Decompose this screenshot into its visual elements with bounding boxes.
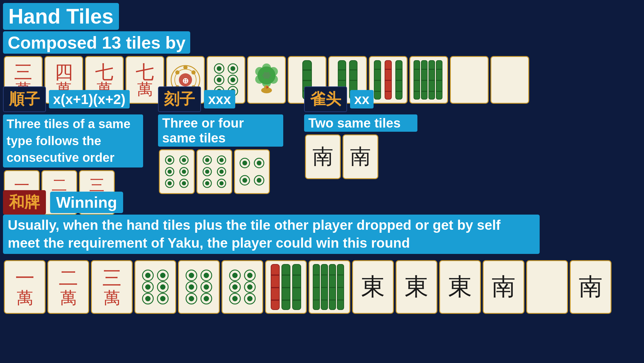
composed-label: Composed 13 tiles by	[3, 31, 190, 54]
svg-rect-66	[429, 69, 435, 70]
svg-rect-71	[436, 80, 442, 81]
svg-rect-51	[385, 80, 391, 81]
svg-point-134	[232, 284, 238, 290]
jantou-tiles: 南 南	[304, 134, 417, 180]
svg-rect-158	[321, 274, 328, 275]
koutsu-label: 刻子	[158, 86, 201, 112]
svg-rect-50	[385, 69, 391, 70]
svg-point-82	[168, 181, 172, 185]
winning-label: 和牌	[3, 190, 46, 215]
svg-rect-62	[421, 69, 427, 70]
svg-point-102	[242, 178, 247, 183]
koutsu-section: 刻子 xxx Three or four same tiles	[158, 86, 283, 195]
jantou-header: 雀头 xx	[304, 86, 417, 112]
svg-rect-151	[292, 287, 301, 288]
win-tile-4	[134, 260, 176, 314]
svg-point-12	[217, 66, 222, 71]
svg-point-5	[191, 70, 196, 75]
shuntsu-desc: Three tiles of a same type follows the c…	[3, 114, 143, 167]
svg-point-106	[145, 273, 151, 278]
svg-rect-47	[374, 80, 381, 81]
winning-badge: Winning	[50, 192, 123, 213]
svg-rect-144	[271, 300, 279, 301]
svg-rect-59	[414, 80, 420, 81]
svg-point-18	[230, 77, 235, 82]
svg-rect-64	[421, 91, 427, 92]
svg-rect-167	[337, 287, 344, 288]
koutsu-badge: xxx	[204, 90, 235, 108]
svg-point-128	[204, 296, 209, 301]
page-title: Hand Tiles	[3, 3, 119, 30]
svg-point-25	[269, 67, 278, 76]
svg-rect-67	[429, 80, 435, 81]
svg-point-138	[232, 296, 238, 301]
winning-tiles-row: 一 萬 二 萬 三 萬	[3, 259, 612, 315]
tile-13	[490, 56, 529, 104]
svg-rect-46	[374, 69, 381, 70]
win-tile-blank	[526, 260, 568, 314]
svg-point-130	[232, 273, 238, 278]
jantou-desc: Two same tiles	[304, 114, 417, 132]
win-tile-8	[309, 260, 350, 314]
svg-point-116	[160, 296, 165, 301]
win-tile-9: 東	[352, 260, 394, 314]
jantou-tile-2: 南	[343, 134, 378, 179]
koutsu-tile-2	[196, 149, 232, 194]
svg-rect-152	[292, 300, 301, 301]
svg-rect-143	[271, 287, 279, 288]
svg-rect-154	[313, 274, 320, 275]
shuntsu-badge: x(x+1)(x+2)	[49, 90, 130, 108]
svg-point-120	[204, 273, 209, 278]
jantou-tile-1: 南	[305, 134, 341, 179]
svg-point-90	[205, 170, 209, 174]
svg-point-136	[247, 284, 253, 290]
koutsu-tiles	[158, 148, 283, 195]
svg-point-80	[182, 170, 186, 174]
win-tile-5	[178, 260, 220, 314]
svg-point-76	[182, 158, 186, 162]
svg-rect-168	[337, 300, 344, 300]
svg-point-108	[160, 273, 165, 278]
svg-point-14	[230, 66, 235, 71]
svg-rect-164	[329, 300, 336, 300]
win-tile-6	[222, 260, 263, 314]
svg-rect-34	[303, 69, 312, 71]
svg-point-98	[242, 161, 247, 165]
svg-point-118	[189, 273, 194, 278]
svg-rect-35	[303, 80, 312, 81]
shuntsu-header: 順子 x(x+1)(x+2)	[3, 86, 143, 112]
svg-point-29	[255, 67, 264, 76]
jantou-badge: xx	[350, 90, 374, 108]
svg-point-92	[219, 170, 224, 174]
svg-point-28	[255, 75, 264, 84]
svg-point-126	[189, 296, 194, 301]
svg-rect-160	[321, 300, 328, 300]
svg-point-140	[247, 296, 253, 301]
svg-rect-38	[338, 69, 346, 70]
svg-rect-43	[349, 80, 357, 81]
svg-point-16	[217, 77, 222, 82]
svg-rect-159	[321, 287, 328, 288]
jantou-label: 雀头	[304, 86, 347, 112]
svg-rect-70	[436, 69, 442, 70]
svg-rect-162	[329, 274, 336, 275]
svg-text:⊕: ⊕	[182, 76, 189, 85]
svg-rect-147	[282, 287, 290, 288]
svg-point-112	[160, 284, 165, 290]
win-tile-7	[265, 260, 307, 314]
koutsu-desc: Three or four same tiles	[158, 114, 283, 147]
svg-rect-63	[421, 80, 427, 81]
win-tile-13: 南	[570, 260, 612, 314]
win-tile-3: 三 萬	[91, 260, 133, 314]
svg-rect-163	[329, 287, 336, 288]
koutsu-header: 刻子 xxx	[158, 86, 283, 112]
svg-rect-54	[396, 69, 402, 70]
win-tile-12: 南	[483, 260, 524, 314]
svg-point-100	[257, 161, 261, 165]
svg-rect-58	[414, 69, 420, 70]
svg-rect-156	[313, 300, 320, 300]
svg-point-94	[205, 181, 209, 185]
svg-point-84	[182, 181, 186, 185]
svg-rect-55	[396, 80, 402, 81]
winning-label-row: 和牌 Winning	[3, 190, 123, 215]
